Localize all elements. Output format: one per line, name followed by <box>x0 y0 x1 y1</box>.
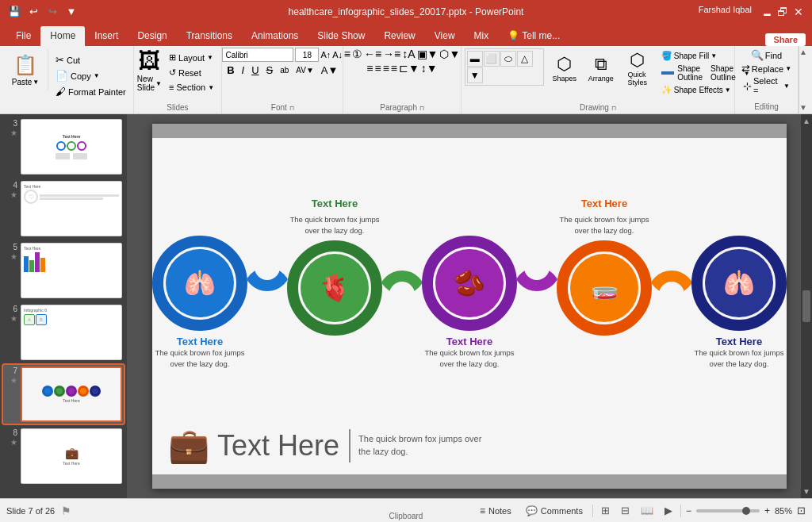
quick-styles-button[interactable]: ⬡ QuickStyles <box>620 48 655 88</box>
circle-title-2: Text Here <box>312 198 358 209</box>
find-button[interactable]: 🔍 Find <box>748 48 785 62</box>
font-size-input[interactable] <box>295 48 319 62</box>
font-name-input[interactable] <box>222 48 293 62</box>
restore-button[interactable]: 🗗 <box>776 5 790 19</box>
circle-item-2[interactable]: Text Here The quick brown fox jumps over… <box>287 198 382 336</box>
ribbon-scroll-up[interactable]: ▲ <box>799 48 809 56</box>
slide-thumb-8[interactable]: 8★ 💼 Text Here <box>3 427 124 486</box>
circle-title-3: Text Here <box>446 336 492 347</box>
font-color-button[interactable]: A▼ <box>319 63 341 77</box>
slide-thumbnail-image-4[interactable]: Text Here ♡ <box>21 181 122 236</box>
zoom-thumb[interactable] <box>742 507 750 515</box>
customize-qa[interactable]: ▼ <box>63 3 79 19</box>
circle-item-1[interactable]: 🫁 Text Here The quick brown fox jumps ov… <box>152 236 247 369</box>
select-button[interactable]: ⊹ Select = ▼ <box>740 75 793 96</box>
scroll-thumb[interactable] <box>802 290 810 322</box>
tab-insert[interactable]: Insert <box>85 26 128 46</box>
increase-indent-button[interactable]: →≡ <box>383 48 400 60</box>
bullets-button[interactable]: ≡ <box>344 48 350 60</box>
redo-button[interactable]: ↪ <box>44 3 60 19</box>
briefcase-icon: 💼 <box>168 426 209 465</box>
slide-thumbnail-image-7[interactable]: Text Here <box>21 367 122 422</box>
slide-thumb-5[interactable]: 5★ Text Here <box>3 241 124 300</box>
slide-thumb-3[interactable]: 3★ Text Here <box>3 117 124 176</box>
slide-thumbnails[interactable]: 3★ Text Here 4★ <box>0 114 127 498</box>
font-size-increase[interactable]: A↑ <box>320 50 331 59</box>
char-spacing-button[interactable]: AV▼ <box>293 65 316 75</box>
align-right-button[interactable]: ≡ <box>383 62 389 75</box>
slide-canvas[interactable]: 🫁 Text Here The quick brown fox jumps ov… <box>152 124 787 489</box>
tab-slideshow[interactable]: Slide Show <box>308 26 374 46</box>
arc-3 <box>517 250 557 291</box>
text-shadow-button[interactable]: ab <box>278 65 291 75</box>
numbering-button[interactable]: ① <box>352 48 362 60</box>
line-spacing-button[interactable]: ↕▼ <box>421 62 438 75</box>
tab-mix[interactable]: Mix <box>465 26 499 46</box>
arrange-button[interactable]: ⧉ Arrange <box>584 48 619 88</box>
tab-animations[interactable]: Animations <box>242 26 308 46</box>
circle-item-3[interactable]: 🫘 Text Here The quick brown fox jumps ov… <box>422 236 517 369</box>
slide-thumbnail-image-5[interactable]: Text Here <box>21 243 122 298</box>
shapes-button[interactable]: ⬡ Shapes <box>547 48 582 88</box>
circle-item-5[interactable]: 🫁 Text Here The quick brown fox jumps ov… <box>691 236 787 369</box>
slide-thumbnail-image-8[interactable]: 💼 Text Here <box>21 428 122 484</box>
strikethrough-button[interactable]: S <box>264 63 276 77</box>
text-direction-button[interactable]: ↕A <box>402 48 415 60</box>
new-slide-icon[interactable]: 🖼 <box>138 48 160 74</box>
save-button[interactable]: 💾 <box>6 3 22 19</box>
close-button[interactable]: ✕ <box>791 5 806 19</box>
window-controls: Farshad Iqbal 🗕 🗗 ✕ <box>699 5 806 19</box>
tab-home[interactable]: Home <box>40 26 85 46</box>
shape-triangle[interactable]: △ <box>517 51 533 67</box>
decrease-indent-button[interactable]: ←≡ <box>364 48 381 60</box>
tab-design[interactable]: Design <box>128 26 176 46</box>
undo-button[interactable]: ↩ <box>25 3 41 19</box>
columns-button[interactable]: ⊏▼ <box>399 62 419 75</box>
drawing-dialog-launcher[interactable]: ⊓ <box>611 105 616 112</box>
tab-view[interactable]: View <box>425 26 465 46</box>
vertical-scrollbar[interactable]: ▲ ▼ <box>801 114 812 498</box>
minimize-button[interactable]: 🗕 <box>760 5 774 19</box>
share-button[interactable]: Share <box>765 33 806 46</box>
cut-button[interactable]: ✂ Cut <box>52 52 130 67</box>
slide-thumb-4[interactable]: 4★ Text Here ♡ <box>3 179 124 238</box>
paragraph-dialog-launcher[interactable]: ⊓ <box>419 105 424 112</box>
scroll-down-arrow[interactable]: ▼ <box>802 487 810 496</box>
smartart-button[interactable]: ⬡▼ <box>439 48 460 60</box>
slide-thumb-7[interactable]: 7★ Text Here <box>3 365 124 424</box>
layout-button[interactable]: ⊞ Layout ▼ <box>165 51 218 64</box>
slide-thumbnail-image-6[interactable]: Infographic 6 A B <box>21 305 122 360</box>
font-dialog-launcher[interactable]: ⊓ <box>289 105 294 112</box>
bold-button[interactable]: B <box>224 63 236 77</box>
slide-area[interactable]: 🫁 Text Here The quick brown fox jumps ov… <box>127 114 812 498</box>
justify-button[interactable]: ≡ <box>391 62 397 75</box>
zoom-slider[interactable] <box>696 509 760 512</box>
ribbon: 📋 Paste ▼ ✂ Cut 📄 Copy ▼ 🖌 Format Painte… <box>0 46 812 114</box>
ribbon-scroll-down[interactable]: ▼ <box>799 103 809 112</box>
copy-button[interactable]: 📄 Copy ▼ <box>52 68 130 83</box>
shape-more[interactable]: ▼ <box>467 67 483 83</box>
new-slide-button[interactable]: New Slide ▼ <box>137 75 162 92</box>
slide-thumbnail-image-3[interactable]: Text Here <box>21 119 122 175</box>
scroll-up-arrow[interactable]: ▲ <box>802 117 810 125</box>
align-left-button[interactable]: ≡ <box>366 62 373 75</box>
tab-transitions[interactable]: Transitions <box>177 26 242 46</box>
align-text-button[interactable]: ▣▼ <box>417 48 439 60</box>
shape-rect[interactable]: ▬ <box>467 51 483 67</box>
tab-tell-me[interactable]: 💡 Tell me... <box>498 26 569 46</box>
format-painter-button[interactable]: 🖌 Format Painter <box>52 84 130 99</box>
slide-thumb-6[interactable]: 6★ Infographic 6 A B <box>3 303 124 362</box>
section-button[interactable]: ≡ Section ▼ <box>165 81 218 94</box>
shape-oval[interactable]: ⬭ <box>500 51 516 67</box>
italic-button[interactable]: I <box>239 63 247 77</box>
circle-item-4[interactable]: Text Here The quick brown fox jumps over… <box>557 198 652 336</box>
underline-button[interactable]: U <box>249 63 261 77</box>
tab-file[interactable]: File <box>6 26 40 46</box>
replace-button[interactable]: ⇄ Replace ▼ <box>738 62 795 75</box>
tab-review[interactable]: Review <box>374 26 424 46</box>
paste-button[interactable]: 📋 Paste ▼ <box>6 49 44 90</box>
reset-button[interactable]: ↺ Reset <box>165 66 218 79</box>
align-center-button[interactable]: ≡ <box>374 62 381 75</box>
font-size-decrease[interactable]: A↓ <box>332 50 343 59</box>
shape-rounded-rect[interactable]: ⬜ <box>484 51 500 67</box>
